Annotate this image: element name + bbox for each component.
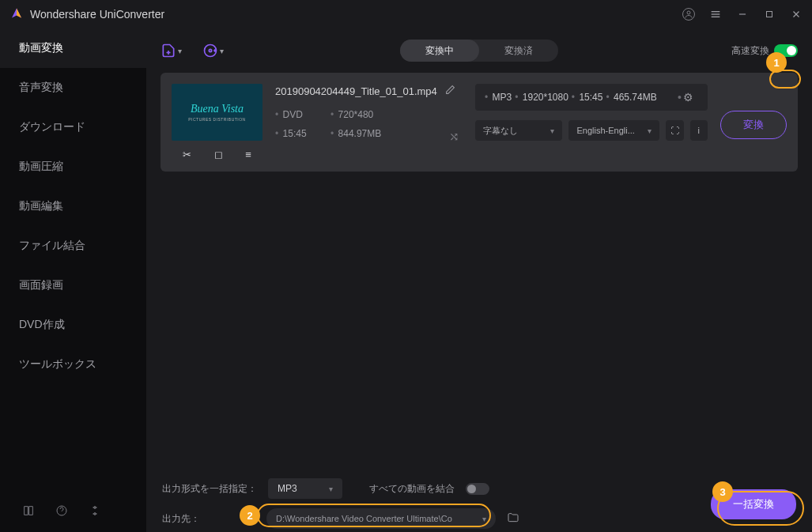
help-icon[interactable] xyxy=(55,504,68,520)
effects-icon[interactable]: ≡ xyxy=(245,149,251,160)
sidebar-item-compress[interactable]: 動画圧縮 xyxy=(0,147,146,187)
app-logo-icon xyxy=(9,7,24,21)
callout-2-ring xyxy=(257,504,491,527)
cut-icon[interactable]: ✂ xyxy=(183,149,191,160)
file-card: Buena Vista PICTURES DISTRIBUTION ✂ ◻ ≡ … xyxy=(161,73,798,172)
sidebar-item-edit[interactable]: 動画編集 xyxy=(0,187,146,226)
svg-rect-5 xyxy=(767,12,772,17)
svg-point-0 xyxy=(687,11,690,14)
sidebar-item-toolbox[interactable]: ツールボックス xyxy=(0,345,146,384)
sidebar-item-audio-convert[interactable]: 音声変換 xyxy=(0,68,146,108)
sidebar: 動画変換 音声変換 ダウンロード 動画圧縮 動画編集 ファイル結合 画面録画 D… xyxy=(0,28,146,532)
convert-button[interactable]: 変換 xyxy=(720,111,787,139)
speed-label: 高速変換 xyxy=(731,44,769,58)
sidebar-item-video-convert[interactable]: 動画変換 xyxy=(0,28,146,68)
file-name: 20190904204449_Title_01_01.mp4 xyxy=(275,85,437,97)
titlebar: Wondershare UniConverter xyxy=(0,0,812,28)
language-select[interactable]: English-Engli...▾ xyxy=(568,120,659,141)
rename-icon[interactable] xyxy=(445,84,455,98)
app-title: Wondershare UniConverter xyxy=(30,8,682,21)
sidebar-item-download[interactable]: ダウンロード xyxy=(0,108,146,147)
crop-icon[interactable]: ◻ xyxy=(214,149,223,160)
callout-1: 1 xyxy=(766,52,787,73)
meta-size: 844.97MB xyxy=(330,128,402,139)
expand-icon[interactable]: ⛶ xyxy=(666,120,683,141)
out-format: MP3 xyxy=(485,92,512,103)
out-duration: 15:45 xyxy=(572,92,603,103)
minimize-icon[interactable] xyxy=(736,8,749,21)
menu-icon[interactable] xyxy=(709,8,722,21)
meta-duration: 15:45 xyxy=(275,128,330,139)
gear-icon[interactable]: ⚙ xyxy=(673,85,698,110)
sidebar-item-merge[interactable]: ファイル結合 xyxy=(0,226,146,266)
subtitle-select[interactable]: 字幕なし▾ xyxy=(475,120,562,141)
add-disc-button[interactable]: ▾ xyxy=(202,43,224,58)
output-info[interactable]: MP3 1920*1080 15:45 465.74MB ⚙ xyxy=(475,84,708,111)
footer: 2 3 出力形式を一括指定： MP3▾ すべての動画を結合 出力先： D:\Wo… xyxy=(146,475,812,532)
add-file-button[interactable]: ▾ xyxy=(161,43,182,58)
merge-label: すべての動画を結合 xyxy=(369,482,455,496)
format-select[interactable]: MP3▾ xyxy=(268,478,342,499)
preferences-icon[interactable] xyxy=(89,504,101,520)
thumb-title: Buena Vista xyxy=(191,103,244,115)
info-icon[interactable]: i xyxy=(690,120,708,141)
maximize-icon[interactable] xyxy=(763,8,776,21)
close-icon[interactable] xyxy=(790,8,803,21)
thumb-subtitle: PICTURES DISTRIBUTION xyxy=(188,117,245,122)
tab-converting[interactable]: 変換中 xyxy=(400,40,479,62)
toolbar: ▾ ▾ 変換中 変換済 高速変換 xyxy=(146,28,812,73)
merge-toggle[interactable] xyxy=(466,483,489,495)
out-resolution: 1920*1080 xyxy=(515,92,568,103)
out-size: 465.74MB xyxy=(606,92,656,103)
svg-point-16 xyxy=(209,49,211,51)
tab-converted[interactable]: 変換済 xyxy=(479,40,558,62)
callout-2: 2 xyxy=(240,505,260,526)
guide-icon[interactable] xyxy=(22,504,35,520)
status-tabs: 変換中 変換済 xyxy=(400,40,558,62)
meta-resolution: 720*480 xyxy=(330,109,402,120)
content: 1 ▾ ▾ 変換中 変換済 高速変換 Buena Vista PICTURES … xyxy=(146,28,812,532)
callout-3: 3 xyxy=(712,481,733,502)
format-label: 出力形式を一括指定： xyxy=(162,482,257,496)
meta-source: DVD xyxy=(275,109,330,120)
shuffle-icon[interactable]: ⤭ xyxy=(449,130,459,144)
sidebar-item-record[interactable]: 画面録画 xyxy=(0,266,146,305)
account-icon[interactable] xyxy=(682,8,695,21)
open-folder-icon[interactable] xyxy=(507,511,519,526)
sidebar-item-dvd[interactable]: DVD作成 xyxy=(0,305,146,345)
window-controls xyxy=(682,8,803,21)
thumbnail[interactable]: Buena Vista PICTURES DISTRIBUTION xyxy=(172,84,262,141)
